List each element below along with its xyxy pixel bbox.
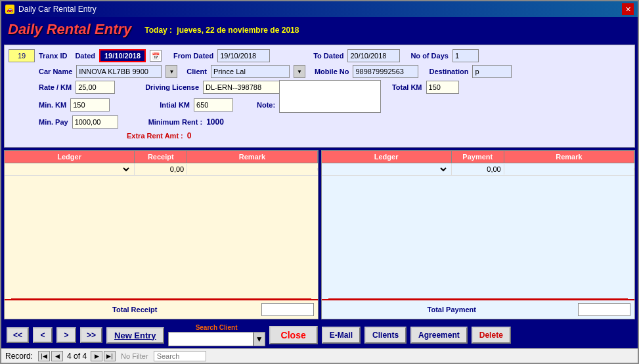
note-label: Note:: [257, 101, 275, 109]
status-search-input[interactable]: [154, 351, 206, 361]
car-name-input[interactable]: [76, 65, 162, 78]
tables-area: Ledger Receipt Remark 0,00 T: [4, 150, 635, 319]
record-navigation: |◀ ◀ 4 of 4 ▶ ▶|: [38, 351, 116, 361]
form-row-5: Min. Pay Minimum Rent : 1000: [9, 115, 630, 129]
receipt-amount-header: Receipt: [135, 151, 187, 163]
rate-km-input[interactable]: [76, 81, 115, 94]
receipt-table-header: Ledger Receipt Remark: [5, 151, 318, 163]
receipt-total-label: Total Receipt: [9, 306, 261, 313]
min-pay-label: Min. Pay: [39, 118, 68, 126]
min-km-label: Min. KM: [39, 101, 66, 109]
payment-total-row: Total Payment: [322, 299, 635, 319]
receipt-total-input[interactable]: [261, 303, 314, 316]
initial-km-label: Intial KM: [160, 101, 190, 109]
tranx-id-input[interactable]: [9, 49, 35, 62]
note-input[interactable]: [279, 80, 381, 113]
status-bar: Record: |◀ ◀ 4 of 4 ▶ ▶| No Filter: [1, 348, 638, 363]
payment-ledger-select[interactable]: [324, 165, 449, 174]
app-icon: 🚗: [5, 5, 14, 14]
receipt-ledger-cell: [5, 163, 135, 175]
payment-amount-cell: 0,00: [452, 164, 504, 174]
destination-input[interactable]: [472, 65, 512, 78]
close-button[interactable]: Close: [269, 326, 318, 344]
calendar-icon[interactable]: 📅: [150, 50, 162, 62]
receipt-amount-cell: 0,00: [135, 164, 187, 174]
receipt-total-row: Total Receipt: [5, 299, 318, 319]
search-client-label: Search Client: [196, 324, 238, 331]
record-info: 4 of 4: [67, 352, 87, 361]
payment-table-header: Ledger Payment Remark: [322, 151, 635, 163]
total-km-label: Total KM: [392, 83, 422, 91]
nav-prev-button[interactable]: <: [33, 327, 53, 343]
agreement-button[interactable]: Agreement: [410, 327, 468, 344]
form-area: Tranx ID Dated 19/10/2018 📅 From Dated T…: [4, 45, 635, 148]
window-close-button[interactable]: ✕: [622, 3, 634, 15]
search-combo: ▼: [168, 332, 265, 346]
driving-license-input[interactable]: [203, 81, 282, 94]
car-name-label: Car Name: [39, 68, 72, 75]
title-bar: 🚗 Daily Car Rental Entry ✕: [1, 1, 638, 17]
receipt-remark-cell: [187, 168, 317, 171]
record-first-button[interactable]: |◀: [38, 351, 50, 361]
client-input[interactable]: [211, 65, 290, 78]
header-bar: Daily Rental Entry Today : jueves, 22 de…: [1, 17, 638, 42]
nav-next-button[interactable]: >: [56, 327, 76, 343]
email-button[interactable]: E-Mail: [322, 327, 361, 344]
dated-label: Dated: [75, 52, 95, 60]
payment-ledger-cell: [322, 163, 452, 175]
payment-remark-header: Remark: [504, 151, 634, 163]
minimum-rent-value: 1000: [206, 117, 224, 127]
clients-button[interactable]: Clients: [364, 327, 407, 344]
min-pay-input[interactable]: [72, 115, 118, 129]
tranx-id-label: Tranx ID: [39, 52, 67, 60]
no-of-days-label: No of Days: [410, 52, 448, 60]
no-filter-label: No Filter: [121, 352, 148, 360]
car-name-dropdown[interactable]: ▼: [165, 65, 177, 78]
table-row: 0,00: [322, 163, 635, 176]
minimum-rent-label: Minimum Rent :: [148, 118, 203, 126]
receipt-ledger-select[interactable]: [7, 165, 131, 174]
record-prev-button[interactable]: ◀: [51, 351, 63, 361]
dated-value: 19/10/2018: [99, 49, 146, 62]
receipt-remark-header: Remark: [187, 151, 317, 163]
to-dated-label: To Dated: [313, 52, 343, 60]
header-today: Today : jueves, 22 de noviembre de 2018: [144, 25, 299, 35]
receipt-table-body: 0,00: [5, 163, 318, 231]
nav-last-button[interactable]: >>: [80, 327, 102, 343]
main-window: 🚗 Daily Car Rental Entry ✕ Daily Rental …: [0, 0, 639, 364]
nav-first-button[interactable]: <<: [7, 327, 29, 343]
search-client-dropdown[interactable]: ▼: [253, 332, 265, 346]
client-label: Client: [187, 68, 207, 75]
header-date-value: jueves, 22 de noviembre de 2018: [177, 26, 299, 35]
min-km-input[interactable]: [70, 98, 110, 111]
payment-amount-header: Payment: [452, 151, 504, 163]
rate-km-label: Rate / KM: [39, 83, 72, 91]
destination-label: Destination: [429, 68, 468, 75]
payment-total-input[interactable]: [578, 303, 630, 316]
record-next-button[interactable]: ▶: [91, 351, 102, 361]
total-km-input[interactable]: [426, 81, 459, 94]
initial-km-input[interactable]: [194, 98, 233, 111]
to-dated-input[interactable]: [347, 49, 400, 62]
payment-empty-space: [322, 231, 635, 298]
receipt-empty-space: [5, 231, 318, 298]
form-row-6: Extra Rent Amt : 0: [9, 131, 630, 140]
form-row-4: Min. KM Intial KM Note:: [9, 96, 630, 113]
extra-rent-label: Extra Rent Amt :: [127, 132, 183, 140]
mobile-input[interactable]: [353, 65, 418, 78]
from-dated-input[interactable]: [217, 49, 270, 62]
bottom-toolbar: << < > >> New Entry Search Client ▼ Clos…: [1, 322, 638, 348]
client-dropdown[interactable]: ▼: [294, 65, 305, 78]
app-title: Daily Rental Entry: [8, 21, 131, 38]
delete-button[interactable]: Delete: [472, 327, 511, 344]
driving-license-label: Driving License: [145, 83, 199, 91]
search-client-input[interactable]: [168, 332, 253, 346]
payment-ledger-header: Ledger: [322, 151, 452, 163]
search-client-group: Search Client ▼: [168, 324, 265, 346]
record-last-button[interactable]: ▶|: [104, 351, 116, 361]
no-of-days-input[interactable]: [452, 49, 479, 62]
window-title: Daily Car Rental Entry: [18, 5, 97, 14]
new-entry-button[interactable]: New Entry: [106, 327, 164, 344]
table-row: 0,00: [5, 163, 318, 176]
payment-table: Ledger Payment Remark 0,00 T: [321, 150, 636, 319]
